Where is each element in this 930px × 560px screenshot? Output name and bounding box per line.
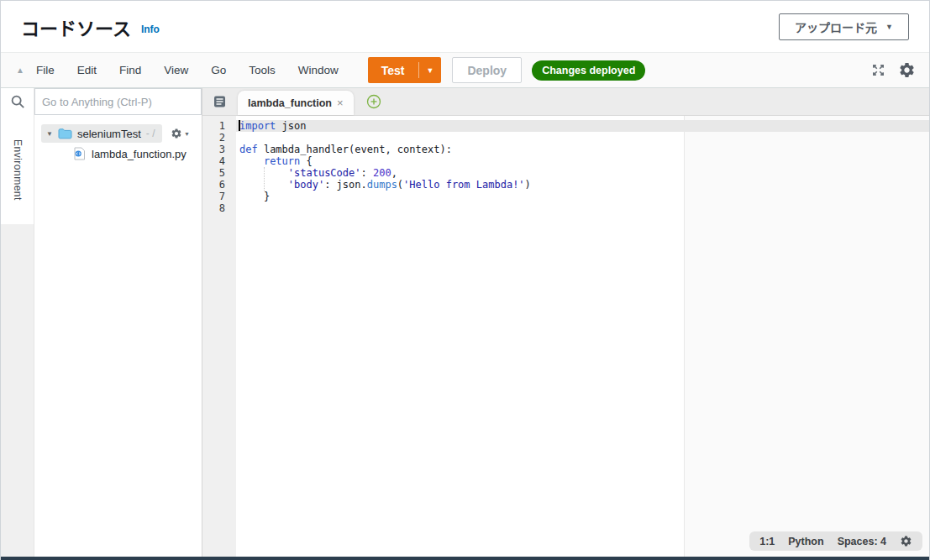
menu-item-edit[interactable]: Edit [77,64,97,76]
code-line [239,202,531,214]
settings-gear-icon[interactable] [898,61,916,79]
indent-guide [264,167,265,191]
code-line [239,132,531,144]
new-tab-plus-icon[interactable] [366,94,381,109]
line-number: 4 [202,155,225,167]
cursor-position[interactable]: 1:1 [759,536,775,547]
folder-path-suffix: - / [146,128,155,139]
tree-row-file[interactable]: lambda_function.py [34,144,202,163]
test-dropdown-caret-icon[interactable]: ▼ [419,66,442,75]
deploy-button[interactable]: Deploy [452,57,522,83]
test-button-label: Test [368,64,418,77]
menu-item-find[interactable]: Find [119,64,141,76]
folder-chip[interactable]: ▼ seleniumTest - / [41,124,162,143]
line-number: 2 [202,132,225,144]
editor-body[interactable]: 12345678 import jsondef lambda_handler(e… [202,116,929,557]
editor-tab-bar: lambda_function × [202,88,929,116]
menu-items: FileEditFindViewGoToolsWindow [36,64,361,76]
folder-icon [58,128,72,139]
code-line: 'statusCode': 200, [239,167,531,179]
lambda-code-source-window: コードソース Info アップロード元 ▼ ▲ FileEditFindView… [0,0,930,560]
search-button[interactable] [1,88,34,115]
upload-from-button[interactable]: アップロード元 ▼ [779,13,909,40]
chevron-down-icon: ▼ [885,23,893,31]
tree-expander-icon[interactable]: ▼ [46,130,53,138]
tree-row-folder[interactable]: ▼ seleniumTest - / ▼ [34,124,202,143]
environment-tab-label: Environment [12,139,24,201]
menu-item-tools[interactable]: Tools [249,64,276,76]
editor-status-bar: 1:1 Python Spaces: 4 [749,531,922,551]
folder-name: seleniumTest [77,128,141,140]
text-cursor [239,120,240,131]
left-dock: Environment [1,88,34,557]
tree-gear-caret-icon: ▼ [184,131,190,137]
fullscreen-icon[interactable] [871,63,885,77]
main-area: Environment ▼ seleniumTest - / [1,88,929,557]
code-line: def lambda_handler(event, context): [239,144,531,155]
line-number: 1 [202,120,225,132]
search-icon [10,94,25,109]
menu-item-file[interactable]: File [36,64,55,76]
test-button[interactable]: Test ▼ [368,57,442,83]
language-mode[interactable]: Python [788,536,823,547]
print-margin-zone [684,116,929,557]
tab-list-icon[interactable] [213,96,227,107]
changes-deployed-badge: Changes deployed [532,60,645,81]
file-tree-panel: ▼ seleniumTest - / ▼ [34,88,202,557]
environment-tab[interactable]: Environment [1,115,34,224]
line-number: 3 [202,144,225,155]
upload-from-label: アップロード元 [795,18,877,35]
menu-item-go[interactable]: Go [211,64,226,76]
tree-settings-gear-icon[interactable]: ▼ [171,128,190,139]
info-link[interactable]: Info [141,24,160,35]
editor-settings-gear-icon[interactable] [900,535,912,547]
code-editor: lambda_function × 12345678 import jsonde… [202,88,929,557]
collapse-panel-icon[interactable]: ▲ [16,65,24,75]
menu-item-view[interactable]: View [164,64,188,76]
python-file-icon [73,147,86,160]
tab-lambda-function[interactable]: lambda_function × [238,91,354,115]
code-line: 'body': json.dumps('Hello from Lambda!') [239,179,531,191]
menu-item-window[interactable]: Window [298,64,339,76]
line-number-gutter: 12345678 [202,116,236,557]
file-name: lambda_function.py [92,148,187,160]
editor-menu-bar: ▲ FileEditFindViewGoToolsWindow Test ▼ D… [1,53,929,88]
close-tab-icon[interactable]: × [337,97,344,109]
dock-filler [1,224,34,557]
line-number: 5 [202,167,225,179]
menu-bar-right [871,61,916,79]
code-line: return { [239,155,531,167]
code-line: } [239,191,531,202]
line-number: 7 [202,191,225,202]
line-number: 8 [202,202,225,214]
goto-anything-input[interactable] [34,88,202,115]
header: コードソース Info アップロード元 ▼ [1,1,929,53]
file-tree: ▼ seleniumTest - / ▼ [34,115,202,163]
code-area[interactable]: import jsondef lambda_handler(event, con… [236,120,531,214]
code-line: import json [239,120,531,132]
line-number: 6 [202,179,225,191]
spaces-indicator[interactable]: Spaces: 4 [838,536,886,547]
tab-label: lambda_function [248,97,332,109]
page-title: コードソース [21,13,131,40]
window-bottom-edge [1,557,929,560]
